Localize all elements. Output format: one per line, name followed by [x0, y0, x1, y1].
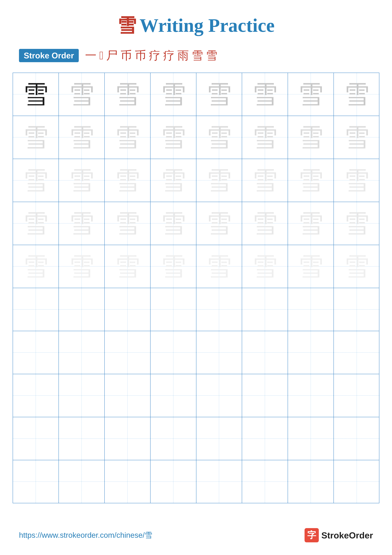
grid-cell[interactable]	[150, 460, 196, 503]
stroke-7: 疗	[163, 48, 175, 63]
grid-cell[interactable]	[150, 417, 196, 460]
grid-cell[interactable]	[196, 460, 242, 503]
grid-cell[interactable]	[196, 288, 242, 331]
practice-char: 雪	[344, 254, 369, 279]
grid-cell[interactable]	[334, 331, 380, 374]
grid-cell[interactable]: 雪	[334, 116, 380, 159]
title-text: Writing Practice	[139, 15, 275, 36]
grid-cell[interactable]	[105, 288, 150, 331]
grid-cell[interactable]: 雪	[196, 202, 242, 245]
grid-cell[interactable]	[334, 460, 380, 503]
grid-cell[interactable]	[242, 460, 288, 503]
grid-cell[interactable]	[196, 331, 242, 374]
grid-cell[interactable]: 雪	[288, 245, 334, 288]
grid-cell[interactable]	[334, 417, 380, 460]
grid-cell[interactable]: 雪	[105, 116, 150, 159]
grid-cell[interactable]: 雪	[196, 73, 242, 116]
grid-cell[interactable]: 雪	[13, 202, 59, 245]
grid-cell[interactable]: 雪	[59, 73, 105, 116]
practice-char: 雪	[161, 125, 186, 150]
grid-cell[interactable]: 雪	[105, 202, 150, 245]
grid-cell[interactable]: 雪	[13, 116, 59, 159]
grid-cell[interactable]: 雪	[59, 116, 105, 159]
grid-cell[interactable]: 雪	[13, 159, 59, 202]
grid-cell[interactable]	[13, 288, 59, 331]
grid-cell[interactable]	[288, 331, 334, 374]
practice-char: 雪	[23, 211, 48, 236]
grid-cell[interactable]: 雪	[150, 245, 196, 288]
grid-row	[13, 374, 379, 417]
practice-char: 雪	[252, 254, 278, 279]
grid-cell[interactable]: 雪	[242, 245, 288, 288]
practice-char: 雪	[252, 125, 278, 150]
grid-cell[interactable]	[242, 288, 288, 331]
grid-cell[interactable]	[288, 288, 334, 331]
practice-char: 雪	[206, 211, 232, 236]
grid-cell[interactable]	[242, 331, 288, 374]
grid-cell[interactable]: 雪	[150, 116, 196, 159]
grid-cell[interactable]	[196, 417, 242, 460]
stroke-6: 疗	[149, 48, 160, 63]
grid-cell[interactable]: 雪	[105, 159, 150, 202]
grid-cell[interactable]	[242, 374, 288, 417]
grid-cell[interactable]: 雪	[288, 202, 334, 245]
grid-cell[interactable]: 雪	[150, 159, 196, 202]
grid-cell[interactable]: 雪	[242, 202, 288, 245]
grid-cell[interactable]	[13, 417, 59, 460]
grid-cell[interactable]: 雪	[105, 245, 150, 288]
grid-cell[interactable]	[288, 417, 334, 460]
practice-char: 雪	[206, 168, 232, 193]
grid-cell[interactable]	[105, 460, 150, 503]
grid-cell[interactable]: 雪	[288, 73, 334, 116]
grid-cell[interactable]: 雪	[196, 116, 242, 159]
grid-cell[interactable]: 雪	[242, 116, 288, 159]
grid-cell[interactable]	[105, 417, 150, 460]
grid-cell[interactable]	[59, 288, 105, 331]
grid-cell[interactable]: 雪	[196, 245, 242, 288]
grid-cell[interactable]: 雪	[150, 202, 196, 245]
grid-cell[interactable]: 雪	[288, 116, 334, 159]
grid-cell[interactable]	[150, 288, 196, 331]
practice-char: 雪	[115, 254, 140, 279]
stroke-9: 雪	[192, 48, 203, 63]
grid-cell[interactable]	[59, 417, 105, 460]
grid-cell[interactable]	[288, 460, 334, 503]
grid-cell[interactable]	[59, 331, 105, 374]
grid-row	[13, 460, 379, 503]
grid-cell[interactable]: 雪	[196, 159, 242, 202]
grid-cell[interactable]	[242, 417, 288, 460]
grid-cell[interactable]: 雪	[334, 73, 380, 116]
grid-cell[interactable]	[150, 331, 196, 374]
grid-cell[interactable]	[150, 374, 196, 417]
grid-cell[interactable]: 雪	[59, 159, 105, 202]
practice-char: 雪	[298, 168, 323, 193]
grid-cell[interactable]	[13, 374, 59, 417]
practice-char: 雪	[69, 211, 94, 236]
practice-char: 雪	[298, 82, 323, 107]
grid-cell[interactable]: 雪	[334, 202, 380, 245]
practice-char: 雪	[23, 82, 48, 107]
grid-cell[interactable]: 雪	[150, 73, 196, 116]
grid-cell[interactable]: 雪	[13, 245, 59, 288]
grid-cell[interactable]: 雪	[59, 202, 105, 245]
grid-row: 雪 雪 雪 雪 雪 雪 雪 雪	[13, 245, 379, 288]
practice-char: 雪	[23, 168, 48, 193]
grid-cell[interactable]: 雪	[59, 245, 105, 288]
grid-cell[interactable]: 雪	[105, 73, 150, 116]
grid-cell[interactable]	[288, 374, 334, 417]
grid-cell[interactable]: 雪	[242, 73, 288, 116]
grid-cell[interactable]: 雪	[242, 159, 288, 202]
grid-cell[interactable]	[13, 460, 59, 503]
grid-cell[interactable]	[334, 374, 380, 417]
grid-cell[interactable]: 雪	[334, 159, 380, 202]
grid-cell[interactable]	[196, 374, 242, 417]
grid-cell[interactable]: 雪	[334, 245, 380, 288]
grid-cell[interactable]	[59, 460, 105, 503]
grid-cell[interactable]: 雪	[13, 73, 59, 116]
grid-cell[interactable]	[13, 331, 59, 374]
grid-cell[interactable]	[334, 288, 380, 331]
grid-cell[interactable]: 雪	[288, 159, 334, 202]
grid-cell[interactable]	[59, 374, 105, 417]
grid-cell[interactable]	[105, 374, 150, 417]
grid-cell[interactable]	[105, 331, 150, 374]
